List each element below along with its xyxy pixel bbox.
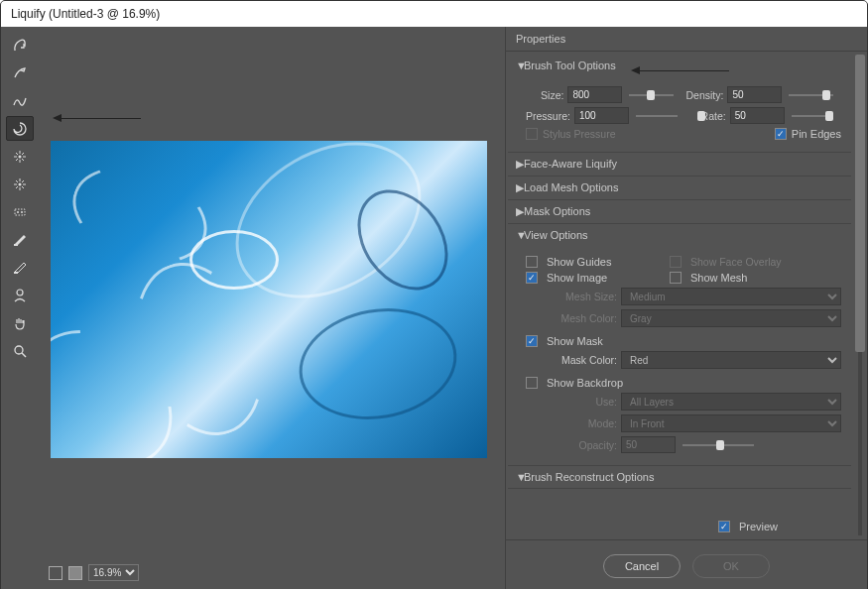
size-input[interactable] xyxy=(567,86,622,103)
properties-panel: Properties ▼Brush Tool Options Size: Den… xyxy=(505,27,867,589)
density-slider[interactable] xyxy=(789,89,833,101)
cancel-button[interactable]: Cancel xyxy=(603,554,681,578)
show-mask-label: Show Mask xyxy=(547,335,603,347)
zoom-tool[interactable] xyxy=(6,338,34,363)
pressure-slider[interactable] xyxy=(636,110,678,122)
show-guides-checkbox[interactable] xyxy=(526,256,538,268)
section-mask-options[interactable]: ▶Mask Options xyxy=(508,200,851,223)
svg-rect-5 xyxy=(14,244,18,246)
preview-canvas[interactable] xyxy=(51,141,487,458)
show-face-overlay-checkbox xyxy=(670,256,682,268)
section-view-options[interactable]: ▼View Options xyxy=(508,224,851,246)
pucker-tool[interactable] xyxy=(6,144,34,169)
triangle-down-icon: ▼ xyxy=(516,229,524,241)
svg-point-3 xyxy=(17,211,19,213)
show-face-overlay-label: Show Face Overlay xyxy=(690,256,782,268)
preview-label: Preview xyxy=(739,521,778,532)
toolbar xyxy=(1,27,39,589)
mode-select: In Front xyxy=(621,414,841,432)
panel-scrollbar[interactable] xyxy=(855,55,865,535)
smooth-tool[interactable] xyxy=(6,88,34,113)
show-backdrop-label: Show Backdrop xyxy=(547,377,623,389)
zoom-bar: 16.9% xyxy=(49,564,139,581)
pin-edges-checkbox[interactable]: ✓ xyxy=(775,128,787,140)
use-label: Use: xyxy=(526,396,617,408)
dialog-footer: ✓Preview Cancel OK xyxy=(506,539,867,589)
section-face-aware[interactable]: ▶Face-Aware Liquify xyxy=(508,153,851,176)
svg-rect-2 xyxy=(15,209,25,215)
mesh-color-select: Gray xyxy=(621,309,841,327)
size-label: Size: xyxy=(526,89,563,101)
mask-color-label: Mask Color: xyxy=(526,354,617,366)
forward-warp-tool[interactable] xyxy=(6,33,34,58)
liquify-dialog: Liquify (Untitled-3 @ 16.9%) xyxy=(0,0,868,589)
svg-point-7 xyxy=(17,290,23,295)
reconstruct-tool[interactable] xyxy=(6,60,34,85)
svg-point-1 xyxy=(19,182,22,185)
triangle-right-icon: ▶ xyxy=(516,205,524,218)
stylus-pressure-checkbox xyxy=(526,128,538,140)
use-select: All Layers xyxy=(621,393,841,411)
hand-tool[interactable] xyxy=(6,310,34,335)
opacity-input xyxy=(621,436,676,453)
opacity-label: Opacity: xyxy=(526,439,617,451)
section-brush-tool-options[interactable]: ▼Brush Tool Options xyxy=(508,55,851,76)
zoom-actual-icon[interactable] xyxy=(68,566,82,580)
rate-input[interactable] xyxy=(730,107,785,124)
triangle-down-icon: ▼ xyxy=(516,471,524,483)
show-mesh-label: Show Mesh xyxy=(690,272,747,284)
freeze-mask-tool[interactable] xyxy=(6,227,34,252)
triangle-down-icon: ▼ xyxy=(516,59,524,71)
push-left-tool[interactable] xyxy=(6,199,34,224)
canvas-area: 16.9% xyxy=(39,27,505,589)
svg-point-4 xyxy=(21,211,23,213)
triangle-right-icon: ▶ xyxy=(516,158,524,171)
stylus-pressure-label: Stylus Pressure xyxy=(543,128,616,140)
panel-title: Properties xyxy=(506,27,867,52)
show-mask-checkbox[interactable]: ✓ xyxy=(526,335,538,347)
density-label: Density: xyxy=(685,89,723,101)
show-mesh-checkbox[interactable] xyxy=(670,272,682,284)
mesh-color-label: Mesh Color: xyxy=(526,312,617,324)
ok-button: OK xyxy=(692,554,770,578)
svg-rect-6 xyxy=(14,272,18,274)
size-slider[interactable] xyxy=(629,89,674,101)
window-title: Liquify (Untitled-3 @ 16.9%) xyxy=(1,1,867,27)
density-input[interactable] xyxy=(727,86,782,103)
section-brush-reconstruct[interactable]: ▼Brush Reconstruct Options xyxy=(508,466,851,488)
bloat-tool[interactable] xyxy=(6,172,34,196)
pressure-label: Pressure: xyxy=(526,110,570,122)
rate-label: Rate: xyxy=(689,110,725,122)
face-tool[interactable] xyxy=(6,283,34,307)
annotation-arrow-tool xyxy=(57,118,141,119)
section-load-mesh[interactable]: ▶Load Mesh Options xyxy=(508,177,851,199)
rate-slider[interactable] xyxy=(792,110,833,122)
mesh-size-select: Medium xyxy=(621,288,841,305)
zoom-select[interactable]: 16.9% xyxy=(88,564,139,581)
pin-edges-label: Pin Edges xyxy=(792,128,841,140)
mode-label: Mode: xyxy=(526,417,617,429)
show-image-label: Show Image xyxy=(547,272,666,284)
pressure-input[interactable] xyxy=(574,107,629,124)
show-guides-label: Show Guides xyxy=(547,256,666,268)
svg-point-0 xyxy=(19,155,22,158)
zoom-fullview-icon[interactable] xyxy=(49,566,62,580)
svg-line-9 xyxy=(22,353,26,357)
mask-color-select[interactable]: Red xyxy=(621,351,841,369)
svg-point-8 xyxy=(15,346,23,354)
thaw-mask-tool[interactable] xyxy=(6,255,34,280)
triangle-right-icon: ▶ xyxy=(516,181,524,194)
twirl-tool[interactable] xyxy=(6,116,34,141)
mesh-size-label: Mesh Size: xyxy=(526,291,617,302)
preview-checkbox[interactable]: ✓ xyxy=(718,521,730,532)
show-backdrop-checkbox[interactable] xyxy=(526,377,538,389)
opacity-slider xyxy=(682,439,754,451)
show-image-checkbox[interactable]: ✓ xyxy=(526,272,538,284)
